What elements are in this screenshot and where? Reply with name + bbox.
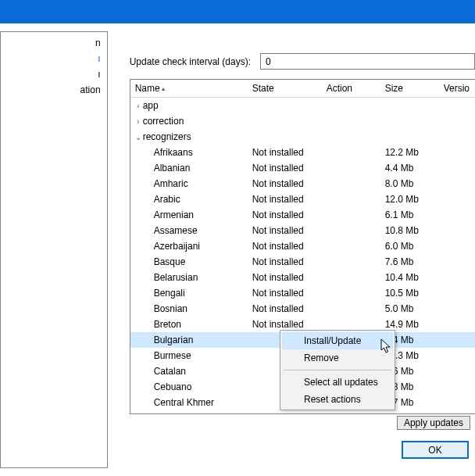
table-cell: Basque [130, 256, 248, 267]
table-cell: 10.4 Mb [380, 272, 439, 283]
table-cell: Not installed [248, 209, 322, 220]
titlebar[interactable] [0, 0, 475, 23]
menu-separator [284, 370, 391, 370]
table-cell: Catalan [130, 366, 248, 377]
menu-item[interactable]: Install/Update [282, 332, 393, 349]
menu-item[interactable]: Reset actions [282, 391, 393, 408]
table-cell: Albanian [130, 163, 248, 174]
ok-button[interactable]: OK [402, 441, 469, 459]
tree-group-row[interactable]: ⌄ recognizers [130, 129, 475, 145]
context-menu[interactable]: Install/UpdateRemoveSelect all updatesRe… [280, 330, 395, 410]
table-row[interactable]: AlbanianNot installed4.4 Mb [130, 160, 475, 176]
sidebar: nııation [0, 31, 108, 468]
menu-item[interactable]: Remove [282, 349, 393, 367]
table-cell: Burmese [130, 350, 248, 361]
table-row[interactable]: BelarusianNot installed10.4 Mb [130, 270, 475, 285]
table-row[interactable]: ArmenianNot installed6.1 Mb [130, 207, 475, 223]
table-cell: 6.0 Mb [380, 241, 439, 252]
table-cell: 10.8 Mb [380, 225, 439, 236]
col-name-label: Name [135, 83, 160, 94]
tree-group-label: recognizers [143, 131, 191, 142]
settings-window: nııation Update check interval (days): N… [0, 0, 475, 476]
table-cell: Not installed [248, 256, 322, 267]
table-cell: 4.4 Mb [380, 163, 439, 174]
sidebar-item[interactable]: ı [1, 66, 107, 82]
tree-group-row[interactable]: › correction [130, 113, 475, 129]
table-cell: Assamese [130, 225, 248, 236]
table-row[interactable]: AssameseNot installed10.8 Mb [130, 223, 475, 238]
content: nııation Update check interval (days): N… [0, 23, 475, 476]
table-cell: Not installed [248, 303, 322, 314]
interval-label: Update check interval (days): [130, 56, 251, 67]
menu-item[interactable]: Select all updates [282, 374, 393, 391]
table-header: Name ▴ State Action Size Versio [130, 80, 475, 98]
table-cell: Not installed [248, 319, 322, 330]
table-cell: 12.2 Mb [380, 147, 439, 158]
table-cell: Azerbaijani [130, 241, 248, 252]
table-cell: Not installed [248, 194, 322, 205]
table-cell: Bulgarian [130, 335, 248, 345]
table-cell: 6.1 Mb [380, 209, 439, 220]
table-cell: Not installed [248, 178, 322, 189]
table-cell: Amharic [130, 178, 248, 189]
table-cell: Cebuano [130, 381, 248, 392]
table-cell: Not installed [248, 225, 322, 236]
table-row[interactable]: BosnianNot installed5.0 Mb [130, 301, 475, 317]
sidebar-item[interactable]: n [1, 35, 107, 51]
table-cell: Afrikaans [130, 147, 248, 158]
sort-asc-icon: ▴ [162, 85, 165, 92]
table-row[interactable]: ArabicNot installed12.0 Mb [130, 191, 475, 207]
table-row[interactable]: AmharicNot installed8.0 Mb [130, 176, 475, 191]
chevron-right-icon[interactable]: › [134, 102, 143, 110]
table-cell: 14.9 Mb [380, 319, 439, 330]
table-cell: Not installed [248, 272, 322, 283]
table-cell: 5.0 Mb [380, 303, 439, 314]
col-action[interactable]: Action [322, 80, 380, 97]
tree-group-label: app [143, 100, 159, 111]
table-row[interactable]: BengaliNot installed10.5 Mb [130, 285, 475, 301]
tree-group-row[interactable]: › app [130, 98, 475, 113]
table-cell: Bosnian [130, 303, 248, 314]
col-version[interactable]: Versio [439, 80, 475, 97]
ok-row: OK [130, 430, 475, 468]
table-cell: Not installed [248, 163, 322, 174]
apply-updates-button[interactable]: Apply updates [397, 416, 470, 430]
table-cell: Not installed [248, 147, 322, 158]
table-cell: 7.6 Mb [380, 256, 439, 267]
table-cell: Breton [130, 319, 248, 330]
sidebar-item[interactable]: ation [1, 82, 107, 98]
table-cell: Belarusian [130, 272, 248, 283]
interval-input[interactable] [260, 53, 475, 70]
table-row[interactable]: BasqueNot installed7.6 Mb [130, 254, 475, 270]
table-cell: Not installed [248, 241, 322, 252]
table-cell: 8.0 Mb [380, 178, 439, 189]
interval-row: Update check interval (days): [130, 53, 475, 70]
chevron-right-icon[interactable]: › [134, 117, 143, 126]
table-row[interactable]: Cherokee2.2 Mb [130, 410, 475, 413]
table-cell: Not installed [248, 288, 322, 299]
table-cell: Bengali [130, 288, 248, 299]
table-cell: Arabic [130, 194, 248, 205]
col-state[interactable]: State [248, 80, 322, 97]
chevron-down-icon[interactable]: ⌄ [134, 133, 143, 141]
col-name[interactable]: Name ▴ [130, 80, 248, 97]
apply-row: Apply updates [130, 414, 475, 430]
col-size[interactable]: Size [380, 80, 439, 97]
table-cell: Central Khmer [130, 397, 248, 408]
table-row[interactable]: AfrikaansNot installed12.2 Mb [130, 145, 475, 160]
table-row[interactable]: AzerbaijaniNot installed6.0 Mb [130, 238, 475, 254]
table-cell: Armenian [130, 209, 248, 220]
table-cell: 10.5 Mb [380, 288, 439, 299]
tree-group-label: correction [143, 116, 184, 127]
table-cell: 12.0 Mb [380, 194, 439, 205]
sidebar-item[interactable]: ı [1, 51, 107, 66]
